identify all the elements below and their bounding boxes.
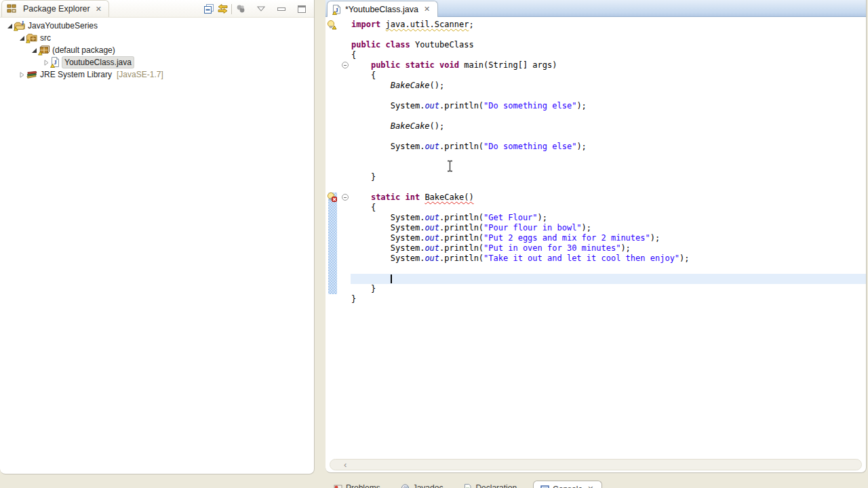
- bottom-tab-label: Console: [553, 485, 583, 488]
- warning-marker-icon[interactable]: [327, 20, 337, 30]
- code-line[interactable]: [351, 162, 866, 172]
- code-line[interactable]: }: [351, 284, 866, 294]
- method-range-indicator: [328, 192, 337, 294]
- console-icon: [540, 485, 549, 488]
- java-file-warning-icon: J: [332, 4, 341, 15]
- tree-item-decoration: [JavaSE-1.7]: [117, 70, 163, 79]
- code-line[interactable]: [351, 30, 866, 40]
- code-line[interactable]: BakeCake();: [351, 81, 866, 91]
- code-line[interactable]: [351, 264, 866, 274]
- code-line[interactable]: System.out.println("Do something else");: [351, 142, 866, 152]
- toolbar-separator: [231, 4, 232, 14]
- tree-item--default-package-[interactable]: (default package): [0, 44, 314, 56]
- scroll-left-icon[interactable]: ‹: [344, 462, 347, 468]
- tab-label: Package Explorer: [23, 4, 90, 14]
- code-line[interactable]: BakeCake();: [351, 121, 866, 131]
- code-line[interactable]: [351, 131, 866, 142]
- code-line[interactable]: {: [351, 50, 866, 60]
- code-line[interactable]: [351, 91, 866, 101]
- tree-item-src[interactable]: src: [0, 32, 314, 44]
- collapse-all-icon[interactable]: [202, 2, 216, 16]
- tree-item-javayoutubeseries[interactable]: JJavaYoutubeSeries: [0, 20, 314, 32]
- horizontal-scrollbar[interactable]: ‹: [330, 459, 862, 470]
- code-line[interactable]: public static void main(String[] args): [351, 60, 866, 70]
- package-icon: [38, 45, 50, 56]
- close-icon[interactable]: ✕: [94, 4, 103, 14]
- tab-youtubeclass-java[interactable]: J *YoutubeClass.java ✕: [327, 1, 438, 17]
- code-line[interactable]: [351, 111, 866, 121]
- javadoc-icon: @: [401, 484, 410, 488]
- declaration-icon: [463, 484, 472, 488]
- svg-text:J: J: [335, 6, 338, 13]
- code-line[interactable]: System.out.println("Pour flour in bowl")…: [351, 223, 866, 233]
- code-line[interactable]: }: [351, 294, 866, 304]
- bottom-tab-label: Problems: [346, 483, 380, 488]
- code-editor[interactable]: import java.util.Scanner; public class Y…: [326, 17, 866, 458]
- editor-area: J *YoutubeClass.java ✕: [326, 0, 867, 473]
- editor-tabbar: J *YoutubeClass.java ✕: [326, 0, 866, 17]
- svg-text:J: J: [54, 59, 57, 66]
- tree-item-label: JRE System Library: [38, 69, 114, 80]
- code-line[interactable]: [351, 182, 866, 192]
- code-line[interactable]: {: [351, 70, 866, 81]
- close-icon[interactable]: ✕: [422, 4, 431, 14]
- focus-icon[interactable]: [234, 2, 248, 16]
- svg-text:@: @: [403, 485, 408, 488]
- collapsed-arrow-icon[interactable]: [42, 60, 50, 66]
- tree-item-label: JavaYoutubeSeries: [26, 20, 100, 31]
- text-caret: [391, 274, 392, 283]
- package-explorer-view: Package Explorer ✕ JJavaYoutubeSeriessrc…: [0, 0, 315, 474]
- code-line[interactable]: [351, 274, 866, 284]
- tree-item-label: YoutubeClass.java: [62, 57, 134, 68]
- jre-library-icon: [26, 70, 38, 80]
- minimize-icon[interactable]: [275, 2, 288, 16]
- close-icon[interactable]: ✕: [586, 484, 595, 488]
- code-line[interactable]: {: [351, 203, 866, 213]
- code-line[interactable]: System.out.println("Put in oven for 30 m…: [351, 243, 866, 253]
- package-explorer-tree: JJavaYoutubeSeriessrc(default package)JY…: [0, 18, 314, 81]
- tree-item-youtubeclass-java[interactable]: JYoutubeClass.java: [0, 56, 314, 68]
- problems-icon: [334, 484, 342, 488]
- fold-collapse-icon[interactable]: [342, 194, 349, 201]
- mouse-ibeam-cursor: [446, 160, 454, 172]
- code-text: import java.util.Scanner; public class Y…: [351, 20, 866, 304]
- java-project-icon: J: [14, 20, 26, 31]
- link-with-editor-icon[interactable]: [216, 2, 229, 16]
- tab-declaration[interactable]: Declaration: [459, 481, 521, 488]
- code-line[interactable]: public class YoutubeClass: [351, 40, 866, 50]
- editor-tab-label: *YoutubeClass.java: [345, 5, 418, 14]
- package-explorer-icon: [7, 4, 19, 14]
- tab-problems[interactable]: Problems: [330, 481, 384, 488]
- tree-item-jre-system-library[interactable]: JRE System Library[JavaSE-1.7]: [0, 68, 314, 81]
- package-explorer-toolbar: [202, 2, 309, 16]
- src-folder-icon: [26, 33, 38, 43]
- tab-javadoc[interactable]: @Javadoc: [397, 481, 448, 488]
- tree-item-label: (default package): [50, 45, 117, 56]
- view-menu-icon[interactable]: [254, 2, 268, 16]
- bottom-tab-label: Javadoc: [413, 483, 443, 488]
- package-explorer-tabbar: Package Explorer ✕: [0, 0, 314, 18]
- bottom-tab-label: Declaration: [475, 483, 517, 488]
- code-line[interactable]: System.out.println("Get Flour");: [351, 213, 866, 223]
- bottom-view-tabbar: Problems@JavadocDeclarationConsole✕: [330, 481, 602, 488]
- java-file-icon: J: [50, 57, 62, 68]
- tab-package-explorer[interactable]: Package Explorer ✕: [1, 0, 109, 17]
- code-line[interactable]: import java.util.Scanner;: [351, 20, 866, 30]
- code-line[interactable]: System.out.println("Put 2 eggs and mix f…: [351, 233, 866, 243]
- eclipse-window: Package Explorer ✕ JJavaYoutubeSeriessrc…: [0, 0, 868, 488]
- expanded-arrow-icon[interactable]: [30, 47, 38, 54]
- code-line[interactable]: System.out.println("Take it out and let …: [351, 253, 866, 264]
- code-line[interactable]: [351, 152, 866, 162]
- expanded-arrow-icon[interactable]: [5, 23, 14, 29]
- code-line[interactable]: static int BakeCake(): [351, 192, 866, 203]
- error-marker-icon[interactable]: [327, 192, 337, 202]
- maximize-icon[interactable]: [295, 2, 309, 16]
- fold-collapse-icon[interactable]: [342, 62, 349, 68]
- svg-text:J: J: [21, 20, 24, 26]
- code-line[interactable]: }: [351, 172, 866, 182]
- tree-item-label: src: [38, 33, 53, 43]
- code-line[interactable]: System.out.println("Do something else");: [351, 101, 866, 111]
- expanded-arrow-icon[interactable]: [18, 35, 26, 41]
- collapsed-arrow-icon[interactable]: [18, 72, 26, 78]
- tab-console[interactable]: Console✕: [533, 481, 602, 488]
